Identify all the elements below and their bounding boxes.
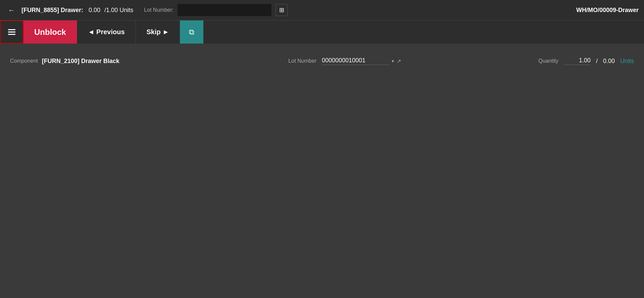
- skip-label: Skip ►: [147, 28, 169, 36]
- quantity-current: 0.00: [89, 7, 100, 14]
- component-name: [FURN_2100] Drawer Black: [42, 58, 119, 65]
- main-content: Component [FURN_2100] Drawer Black Lot N…: [0, 44, 644, 78]
- previous-label: ◄ Previous: [88, 28, 125, 36]
- action-bar: Unblock ◄ Previous Skip ► ⧉: [0, 20, 644, 44]
- quantity-slash: /: [596, 58, 598, 65]
- lot-value-container: 0000000010001 ▾ ↗: [322, 57, 401, 65]
- skip-button[interactable]: Skip ►: [136, 20, 180, 44]
- component-label: Component: [10, 58, 38, 64]
- quantity-section: Quantity 1.00 / 0.00 Units: [538, 57, 634, 65]
- unblock-button[interactable]: Unblock: [23, 20, 77, 44]
- product-title: [FURN_8855] Drawer:: [21, 7, 83, 14]
- quantity-unit: Units: [620, 58, 634, 65]
- menu-button[interactable]: [0, 20, 23, 44]
- copy-button[interactable]: ⧉: [180, 20, 203, 44]
- top-bar: ← [FURN_8855] Drawer: 0.00 /1.00 Units L…: [0, 0, 644, 20]
- lot-dropdown-icon[interactable]: ▾: [392, 58, 394, 64]
- lot-number-input[interactable]: [178, 4, 271, 16]
- previous-button[interactable]: ◄ Previous: [77, 20, 136, 44]
- quantity-done-value: 1.00: [564, 57, 591, 65]
- lot-number-field-label: Lot Number: [288, 58, 316, 64]
- external-link-icon[interactable]: ↗: [397, 58, 401, 64]
- hamburger-icon: [8, 29, 15, 35]
- quantity-max-value: 0.00: [603, 58, 615, 65]
- add-lot-icon: ⊞: [279, 6, 284, 14]
- lot-section: Lot Number 0000000010001 ▾ ↗: [151, 57, 538, 65]
- order-reference: WH/MO/00009-Drawer: [576, 7, 639, 14]
- back-button[interactable]: ←: [5, 4, 17, 17]
- quantity-label: Quantity: [538, 58, 558, 64]
- copy-icon: ⧉: [189, 28, 194, 37]
- quantity-separator: /1.00 Units: [104, 7, 133, 14]
- lot-number-value: 0000000010001: [322, 57, 389, 65]
- component-row: Component [FURN_2100] Drawer Black Lot N…: [10, 57, 634, 65]
- component-section: Component [FURN_2100] Drawer Black: [10, 58, 151, 65]
- add-lot-button[interactable]: ⊞: [276, 4, 288, 16]
- unblock-label: Unblock: [34, 27, 66, 37]
- lot-number-label: Lot Number:: [144, 7, 174, 13]
